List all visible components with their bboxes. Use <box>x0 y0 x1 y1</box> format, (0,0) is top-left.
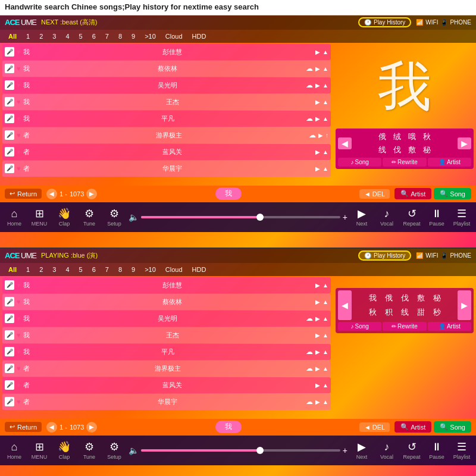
tab-3-2[interactable]: 3 <box>48 266 61 273</box>
char-item[interactable]: 伐 <box>399 292 411 304</box>
tab-9-2[interactable]: 9 <box>127 266 140 273</box>
song-row-1[interactable]: 🎤 ♥ 我 彭佳慧 ▶ ▲ <box>2 44 331 60</box>
tab-3-1[interactable]: 3 <box>48 33 61 40</box>
char-item[interactable]: 秘 <box>421 144 433 156</box>
char-item[interactable]: 伐 <box>391 144 403 156</box>
tab-4-2[interactable]: 4 <box>61 266 74 273</box>
char-item[interactable]: 秒 <box>431 306 443 318</box>
pause-ctrl-2[interactable]: ⏸ Pause <box>426 441 447 460</box>
artist-action-btn-1[interactable]: 👤 Artist <box>428 158 471 167</box>
song-search-btn-1[interactable]: 🔍 Song <box>434 188 471 199</box>
del-btn-1[interactable]: ◄ DEL <box>359 189 390 199</box>
up-arrow[interactable]: ▲ <box>322 115 328 122</box>
play-history-btn-2[interactable]: 🕐 Play History <box>358 250 411 261</box>
tab-7-1[interactable]: 7 <box>101 33 114 40</box>
setup-ctrl-2[interactable]: ⚙ Setup <box>104 440 125 460</box>
tab-5-1[interactable]: 5 <box>74 33 87 40</box>
tab-1-2[interactable]: 1 <box>21 266 35 273</box>
char-item[interactable]: 敷 <box>415 292 427 304</box>
char-item[interactable]: 敷 <box>406 144 418 156</box>
up-arrow[interactable]: ▲ <box>322 65 328 72</box>
up-arrow[interactable]: ▲ <box>322 165 328 172</box>
slider-thumb-1[interactable] <box>256 214 264 221</box>
char-prev-btn-1[interactable]: ◀ <box>338 137 352 149</box>
char-item[interactable]: 秋 <box>421 131 433 143</box>
song-row-2-5[interactable]: 🎤 ♥ 我 平凡 ☁ ▶ ▲ <box>2 344 331 360</box>
char-item[interactable]: 线 <box>376 144 389 156</box>
char-item[interactable]: 线 <box>399 306 411 318</box>
tab-1-1[interactable]: 1 <box>21 33 35 40</box>
char-item[interactable]: 俄 <box>383 292 395 304</box>
song-search-btn-2[interactable]: 🔍 Song <box>434 421 471 433</box>
up-arrow[interactable]: ▲ <box>322 349 328 355</box>
pause-ctrl-1[interactable]: ⏸ Pause <box>426 208 447 227</box>
volume-slider-1[interactable]: 🔈 + <box>129 212 347 222</box>
tab-all-2[interactable]: All <box>4 266 21 273</box>
handwrite-canvas-1[interactable]: 我 <box>336 45 474 129</box>
del-btn-2[interactable]: ◄ DEL <box>359 422 390 432</box>
vocal-ctrl-1[interactable]: ♪ Vocal <box>376 208 397 227</box>
char-next-btn-1[interactable]: ▶ <box>458 137 471 149</box>
tab-8-2[interactable]: 8 <box>114 266 127 273</box>
char-item[interactable]: 我 <box>367 292 379 304</box>
play-arrow[interactable]: ▶ <box>315 365 320 372</box>
char-prev-btn-2[interactable]: ◀ <box>338 290 352 320</box>
menu-ctrl-1[interactable]: ⊞ MENU <box>29 207 50 227</box>
artist-search-btn-1[interactable]: 🔍 Artist <box>394 188 431 199</box>
home-ctrl-2[interactable]: ⌂ Home <box>4 441 25 460</box>
up-arrow[interactable]: ▲ <box>322 399 328 405</box>
song-row-2-3[interactable]: 🎤 ♥ 我 吴光明 ☁ ▶ ▲ <box>2 311 331 327</box>
vocal-ctrl-2[interactable]: ♪ Vocal <box>376 441 397 460</box>
artist-search-btn-2[interactable]: 🔍 Artist <box>394 421 431 433</box>
char-item[interactable]: 秘 <box>431 292 443 304</box>
play-arrow[interactable]: ▶ <box>315 332 320 339</box>
slider-track-1[interactable] <box>141 216 340 218</box>
song-row-2[interactable]: 🎤 ♥ 我 蔡依林 ☁ ▶ ▲ <box>2 61 331 77</box>
tab-gt10-2[interactable]: >10 <box>140 266 161 273</box>
clap-ctrl-1[interactable]: 👋 Clap <box>54 207 75 227</box>
return-btn-2[interactable]: ↩ Return <box>5 422 42 432</box>
song-action-btn-2[interactable]: ♪ Song <box>338 322 381 331</box>
play-arrow[interactable]: ▶ <box>315 382 320 389</box>
up-arrow[interactable]: ▲ <box>322 82 328 89</box>
tab-6-1[interactable]: 6 <box>87 33 101 40</box>
char-item[interactable]: 哦 <box>406 131 418 143</box>
tab-all-1[interactable]: All <box>4 33 21 40</box>
tab-8-1[interactable]: 8 <box>114 33 127 40</box>
play-arrow[interactable]: ▶ <box>318 132 323 139</box>
song-row-2-1[interactable]: 🎤 ♥ 我 彭佳慧 ▶ ▲ <box>2 277 331 293</box>
playlist-ctrl-1[interactable]: ☰ Playlist <box>451 207 472 227</box>
up-arrow[interactable]: ↑ <box>325 132 328 139</box>
char-next-btn-2[interactable]: ▶ <box>458 290 471 320</box>
home-ctrl-1[interactable]: ⌂ Home <box>4 208 25 227</box>
page-next-2[interactable]: ▶ <box>86 422 97 433</box>
page-prev-1[interactable]: ◀ <box>46 189 57 199</box>
tune-ctrl-2[interactable]: ⚙ Tune <box>79 440 100 460</box>
clap-ctrl-2[interactable]: 👋 Clap <box>54 440 75 460</box>
setup-ctrl-1[interactable]: ⚙ Setup <box>104 207 125 227</box>
tab-7-2[interactable]: 7 <box>101 266 114 273</box>
char-item[interactable]: 秋 <box>367 306 379 318</box>
up-arrow[interactable]: ▲ <box>322 315 328 322</box>
playlist-ctrl-2[interactable]: ☰ Playlist <box>451 440 472 460</box>
rewrite-action-btn-1[interactable]: ✏ Rewrite <box>383 158 426 167</box>
page-next-1[interactable]: ▶ <box>86 189 97 199</box>
tab-6-2[interactable]: 6 <box>87 266 101 273</box>
play-arrow[interactable]: ▶ <box>315 82 320 89</box>
song-row-4[interactable]: 🎤 ♥ 我 王杰 ▶ ▲ <box>2 94 331 110</box>
song-row-2-4[interactable]: 🎤 ♥ 我 王杰 ▶ ▲ <box>2 327 331 343</box>
volume-slider-2[interactable]: 🔈 + <box>129 446 347 455</box>
up-arrow[interactable]: ▲ <box>322 365 328 372</box>
up-arrow[interactable]: ▲ <box>322 332 328 339</box>
play-arrow[interactable]: ▶ <box>315 349 320 355</box>
tab-gt10-1[interactable]: >10 <box>140 33 161 40</box>
play-arrow[interactable]: ▶ <box>315 399 320 405</box>
song-row-2-7[interactable]: 🎤 ♥ 者 蓝风关 ▶ ▲ <box>2 377 331 393</box>
next-ctrl-1[interactable]: ▶ Next <box>351 207 372 227</box>
song-row-8[interactable]: 🎤 ♥ 者 华晨宇 ▶ ▲ <box>2 161 331 177</box>
page-prev-2[interactable]: ◀ <box>46 422 57 433</box>
song-row-7[interactable]: 🎤 ♥ 者 蓝风关 ▶ ▲ <box>2 144 331 160</box>
char-item[interactable]: 绒 <box>391 131 403 143</box>
tab-2-2[interactable]: 2 <box>35 266 48 273</box>
tab-cloud-2[interactable]: Cloud <box>161 266 187 273</box>
